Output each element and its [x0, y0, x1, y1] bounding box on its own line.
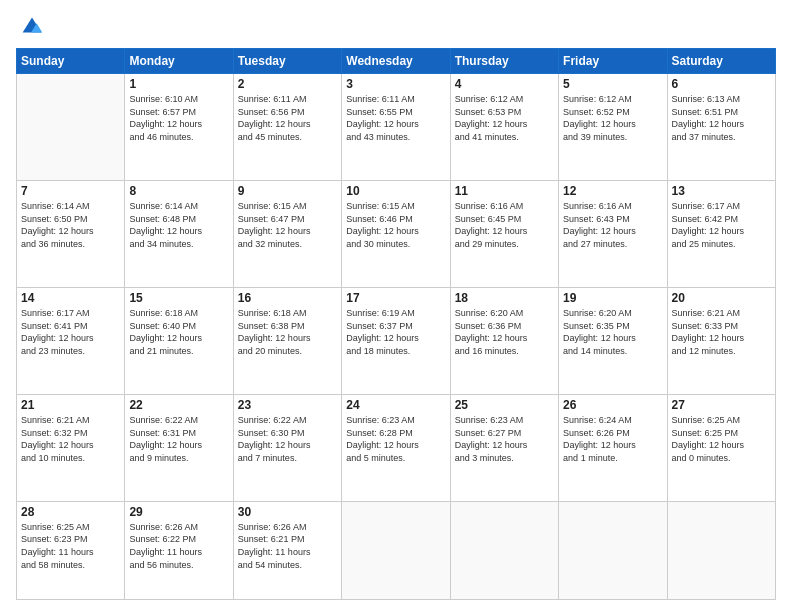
logo-icon — [18, 12, 46, 40]
calendar-cell: 21Sunrise: 6:21 AM Sunset: 6:32 PM Dayli… — [17, 394, 125, 501]
day-number: 14 — [21, 291, 120, 305]
calendar-cell: 3Sunrise: 6:11 AM Sunset: 6:55 PM Daylig… — [342, 74, 450, 181]
day-number: 29 — [129, 505, 228, 519]
calendar-header-row: SundayMondayTuesdayWednesdayThursdayFrid… — [17, 49, 776, 74]
day-number: 19 — [563, 291, 662, 305]
day-info: Sunrise: 6:25 AM Sunset: 6:25 PM Dayligh… — [672, 414, 771, 464]
day-info: Sunrise: 6:23 AM Sunset: 6:27 PM Dayligh… — [455, 414, 554, 464]
calendar-cell: 15Sunrise: 6:18 AM Sunset: 6:40 PM Dayli… — [125, 287, 233, 394]
calendar-cell: 4Sunrise: 6:12 AM Sunset: 6:53 PM Daylig… — [450, 74, 558, 181]
day-info: Sunrise: 6:17 AM Sunset: 6:42 PM Dayligh… — [672, 200, 771, 250]
day-number: 3 — [346, 77, 445, 91]
day-info: Sunrise: 6:13 AM Sunset: 6:51 PM Dayligh… — [672, 93, 771, 143]
day-number: 2 — [238, 77, 337, 91]
calendar-cell — [559, 501, 667, 599]
calendar-cell: 6Sunrise: 6:13 AM Sunset: 6:51 PM Daylig… — [667, 74, 775, 181]
day-number: 24 — [346, 398, 445, 412]
day-info: Sunrise: 6:20 AM Sunset: 6:36 PM Dayligh… — [455, 307, 554, 357]
day-number: 17 — [346, 291, 445, 305]
calendar-cell: 26Sunrise: 6:24 AM Sunset: 6:26 PM Dayli… — [559, 394, 667, 501]
day-number: 10 — [346, 184, 445, 198]
calendar-cell — [342, 501, 450, 599]
day-number: 1 — [129, 77, 228, 91]
page: SundayMondayTuesdayWednesdayThursdayFrid… — [0, 0, 792, 612]
calendar-cell: 17Sunrise: 6:19 AM Sunset: 6:37 PM Dayli… — [342, 287, 450, 394]
day-info: Sunrise: 6:23 AM Sunset: 6:28 PM Dayligh… — [346, 414, 445, 464]
day-number: 28 — [21, 505, 120, 519]
day-number: 7 — [21, 184, 120, 198]
calendar-cell: 1Sunrise: 6:10 AM Sunset: 6:57 PM Daylig… — [125, 74, 233, 181]
col-header-friday: Friday — [559, 49, 667, 74]
day-number: 22 — [129, 398, 228, 412]
calendar-cell — [17, 74, 125, 181]
day-info: Sunrise: 6:25 AM Sunset: 6:23 PM Dayligh… — [21, 521, 120, 571]
day-info: Sunrise: 6:12 AM Sunset: 6:52 PM Dayligh… — [563, 93, 662, 143]
calendar-cell: 16Sunrise: 6:18 AM Sunset: 6:38 PM Dayli… — [233, 287, 341, 394]
day-number: 5 — [563, 77, 662, 91]
day-number: 12 — [563, 184, 662, 198]
logo — [16, 16, 46, 40]
col-header-thursday: Thursday — [450, 49, 558, 74]
col-header-saturday: Saturday — [667, 49, 775, 74]
calendar-cell: 12Sunrise: 6:16 AM Sunset: 6:43 PM Dayli… — [559, 180, 667, 287]
calendar-cell: 23Sunrise: 6:22 AM Sunset: 6:30 PM Dayli… — [233, 394, 341, 501]
day-number: 9 — [238, 184, 337, 198]
day-number: 11 — [455, 184, 554, 198]
calendar-week-row: 7Sunrise: 6:14 AM Sunset: 6:50 PM Daylig… — [17, 180, 776, 287]
day-info: Sunrise: 6:18 AM Sunset: 6:38 PM Dayligh… — [238, 307, 337, 357]
calendar-week-row: 21Sunrise: 6:21 AM Sunset: 6:32 PM Dayli… — [17, 394, 776, 501]
day-number: 16 — [238, 291, 337, 305]
day-number: 30 — [238, 505, 337, 519]
day-info: Sunrise: 6:11 AM Sunset: 6:56 PM Dayligh… — [238, 93, 337, 143]
day-number: 23 — [238, 398, 337, 412]
day-info: Sunrise: 6:26 AM Sunset: 6:22 PM Dayligh… — [129, 521, 228, 571]
day-info: Sunrise: 6:14 AM Sunset: 6:50 PM Dayligh… — [21, 200, 120, 250]
day-info: Sunrise: 6:17 AM Sunset: 6:41 PM Dayligh… — [21, 307, 120, 357]
day-info: Sunrise: 6:26 AM Sunset: 6:21 PM Dayligh… — [238, 521, 337, 571]
calendar-cell: 20Sunrise: 6:21 AM Sunset: 6:33 PM Dayli… — [667, 287, 775, 394]
calendar-cell: 18Sunrise: 6:20 AM Sunset: 6:36 PM Dayli… — [450, 287, 558, 394]
calendar-cell: 7Sunrise: 6:14 AM Sunset: 6:50 PM Daylig… — [17, 180, 125, 287]
calendar-cell: 29Sunrise: 6:26 AM Sunset: 6:22 PM Dayli… — [125, 501, 233, 599]
calendar-cell: 9Sunrise: 6:15 AM Sunset: 6:47 PM Daylig… — [233, 180, 341, 287]
calendar-cell: 28Sunrise: 6:25 AM Sunset: 6:23 PM Dayli… — [17, 501, 125, 599]
day-number: 18 — [455, 291, 554, 305]
day-info: Sunrise: 6:15 AM Sunset: 6:46 PM Dayligh… — [346, 200, 445, 250]
day-number: 6 — [672, 77, 771, 91]
day-number: 8 — [129, 184, 228, 198]
day-info: Sunrise: 6:21 AM Sunset: 6:32 PM Dayligh… — [21, 414, 120, 464]
day-number: 13 — [672, 184, 771, 198]
day-number: 21 — [21, 398, 120, 412]
calendar-week-row: 14Sunrise: 6:17 AM Sunset: 6:41 PM Dayli… — [17, 287, 776, 394]
day-info: Sunrise: 6:10 AM Sunset: 6:57 PM Dayligh… — [129, 93, 228, 143]
calendar-cell: 24Sunrise: 6:23 AM Sunset: 6:28 PM Dayli… — [342, 394, 450, 501]
calendar-cell: 13Sunrise: 6:17 AM Sunset: 6:42 PM Dayli… — [667, 180, 775, 287]
calendar-cell: 30Sunrise: 6:26 AM Sunset: 6:21 PM Dayli… — [233, 501, 341, 599]
calendar-week-row: 28Sunrise: 6:25 AM Sunset: 6:23 PM Dayli… — [17, 501, 776, 599]
day-info: Sunrise: 6:22 AM Sunset: 6:31 PM Dayligh… — [129, 414, 228, 464]
calendar-cell: 8Sunrise: 6:14 AM Sunset: 6:48 PM Daylig… — [125, 180, 233, 287]
calendar-cell: 2Sunrise: 6:11 AM Sunset: 6:56 PM Daylig… — [233, 74, 341, 181]
calendar-cell: 27Sunrise: 6:25 AM Sunset: 6:25 PM Dayli… — [667, 394, 775, 501]
day-number: 4 — [455, 77, 554, 91]
calendar-cell: 19Sunrise: 6:20 AM Sunset: 6:35 PM Dayli… — [559, 287, 667, 394]
col-header-wednesday: Wednesday — [342, 49, 450, 74]
calendar-cell: 25Sunrise: 6:23 AM Sunset: 6:27 PM Dayli… — [450, 394, 558, 501]
calendar-cell: 10Sunrise: 6:15 AM Sunset: 6:46 PM Dayli… — [342, 180, 450, 287]
calendar-cell: 11Sunrise: 6:16 AM Sunset: 6:45 PM Dayli… — [450, 180, 558, 287]
day-info: Sunrise: 6:16 AM Sunset: 6:45 PM Dayligh… — [455, 200, 554, 250]
day-info: Sunrise: 6:15 AM Sunset: 6:47 PM Dayligh… — [238, 200, 337, 250]
day-info: Sunrise: 6:11 AM Sunset: 6:55 PM Dayligh… — [346, 93, 445, 143]
col-header-tuesday: Tuesday — [233, 49, 341, 74]
day-info: Sunrise: 6:24 AM Sunset: 6:26 PM Dayligh… — [563, 414, 662, 464]
day-info: Sunrise: 6:22 AM Sunset: 6:30 PM Dayligh… — [238, 414, 337, 464]
col-header-sunday: Sunday — [17, 49, 125, 74]
day-info: Sunrise: 6:18 AM Sunset: 6:40 PM Dayligh… — [129, 307, 228, 357]
day-number: 25 — [455, 398, 554, 412]
day-number: 20 — [672, 291, 771, 305]
calendar-cell — [450, 501, 558, 599]
day-info: Sunrise: 6:12 AM Sunset: 6:53 PM Dayligh… — [455, 93, 554, 143]
day-number: 27 — [672, 398, 771, 412]
day-info: Sunrise: 6:14 AM Sunset: 6:48 PM Dayligh… — [129, 200, 228, 250]
day-info: Sunrise: 6:19 AM Sunset: 6:37 PM Dayligh… — [346, 307, 445, 357]
